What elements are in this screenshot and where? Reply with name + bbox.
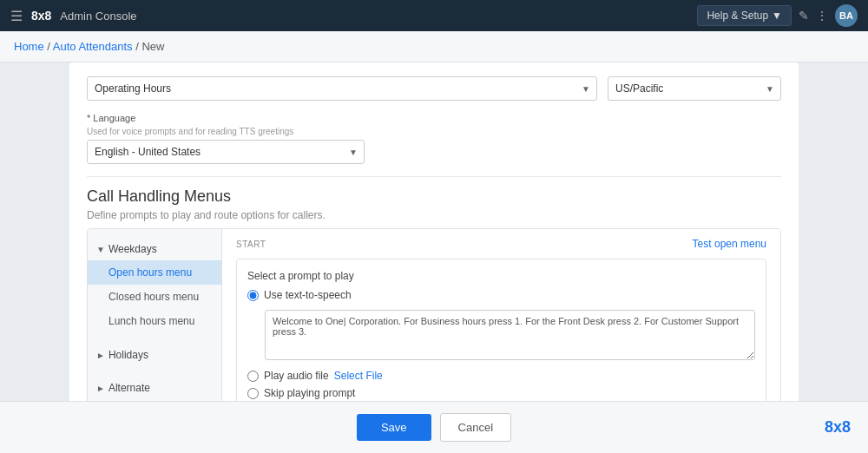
form-section: Operating Hours ▼ US/Pacific ▼ * Languag… xyxy=(69,62,799,401)
tts-radio[interactable] xyxy=(247,290,259,301)
footer-logo: 8x8 xyxy=(825,418,851,437)
dropdown-arrow-icon: ▼ xyxy=(772,10,782,22)
logo: 8x8 xyxy=(31,9,51,23)
call-handling-body: ▼ Weekdays Open hours menu Closed hours … xyxy=(87,228,781,401)
help-setup-button[interactable]: Help & Setup ▼ xyxy=(697,5,792,26)
operating-hours-select[interactable]: Operating Hours xyxy=(87,76,597,101)
audio-option-label: Play audio file xyxy=(264,370,329,382)
alternate-header[interactable]: ► Alternate xyxy=(88,377,221,399)
audio-radio-option[interactable]: Play audio file Select File xyxy=(247,370,755,382)
language-row: * Language Used for voice prompts and fo… xyxy=(87,113,781,164)
sidebar-item-lunch-hours[interactable]: Lunch hours menu xyxy=(88,309,221,333)
help-setup-label: Help & Setup xyxy=(707,10,768,22)
menu-panel: START Test open menu Select a prompt to … xyxy=(222,229,780,401)
skip-radio-option[interactable]: Skip playing prompt xyxy=(247,387,755,399)
weekdays-chevron-icon: ▼ xyxy=(96,245,105,254)
audio-radio[interactable] xyxy=(247,371,259,382)
prompt-box: Select a prompt to play Use text-to-spee… xyxy=(236,259,766,401)
weekdays-label: Weekdays xyxy=(108,243,157,255)
sidebar-item-closed-hours[interactable]: Closed hours menu xyxy=(88,285,221,309)
test-open-menu-link[interactable]: Test open menu xyxy=(693,238,766,250)
skip-option-label: Skip playing prompt xyxy=(264,387,355,399)
grid-icon[interactable]: ⋮ xyxy=(816,9,828,23)
app-title: Admin Console xyxy=(60,10,136,23)
call-handling-title: Call Handling Menus xyxy=(87,187,781,206)
language-hint: Used for voice prompts and for reading T… xyxy=(87,127,365,136)
weekdays-header[interactable]: ▼ Weekdays xyxy=(88,238,221,260)
save-button[interactable]: Save xyxy=(357,414,431,441)
cancel-button[interactable]: Cancel xyxy=(440,413,511,442)
holidays-header[interactable]: ► Holidays xyxy=(88,344,221,366)
sidebar-item-open-hours[interactable]: Open hours menu xyxy=(88,260,221,285)
divider xyxy=(87,176,781,177)
tts-textarea[interactable]: Welcome to One| Corporation. For Busines… xyxy=(265,310,755,360)
separator-1: / xyxy=(44,40,53,53)
nav-left: ☰ 8x8 Admin Console xyxy=(10,8,137,24)
panel-header: START Test open menu xyxy=(236,238,766,250)
main-content: Operating Hours ▼ US/Pacific ▼ * Languag… xyxy=(0,62,868,401)
holidays-chevron-icon: ► xyxy=(96,351,105,360)
home-link[interactable]: Home xyxy=(14,40,44,53)
hamburger-icon[interactable]: ☰ xyxy=(10,8,23,24)
alternate-chevron-icon: ► xyxy=(96,384,105,393)
breadcrumb: Home / Auto Attendants / New xyxy=(0,31,868,62)
prompt-section-label: Select a prompt to play xyxy=(247,270,755,282)
start-label: START xyxy=(236,240,266,249)
operating-hours-row: Operating Hours ▼ US/Pacific ▼ xyxy=(87,76,781,101)
nav-right: Help & Setup ▼ ✎ ⋮ BA xyxy=(697,4,858,27)
avatar[interactable]: BA xyxy=(835,4,858,27)
tts-option-label: Use text-to-speech xyxy=(264,289,352,301)
language-select-wrapper: English - United States ▼ xyxy=(87,140,365,164)
alternate-section: ► Alternate xyxy=(88,371,221,401)
current-page-label: New xyxy=(141,40,164,53)
alternate-label: Alternate xyxy=(108,382,150,394)
language-label: * Language xyxy=(87,113,365,123)
skip-radio[interactable] xyxy=(247,388,259,399)
operating-hours-select-wrapper: Operating Hours ▼ xyxy=(87,76,597,101)
tts-radio-option[interactable]: Use text-to-speech xyxy=(247,289,755,301)
call-handling-header: Call Handling Menus Define prompts to pl… xyxy=(87,187,781,221)
timezone-select-wrapper: US/Pacific ▼ xyxy=(608,76,781,101)
footer: Save Cancel 8x8 xyxy=(0,401,868,453)
top-nav: ☰ 8x8 Admin Console Help & Setup ▼ ✎ ⋮ B… xyxy=(0,0,868,31)
weekdays-section: ▼ Weekdays Open hours menu Closed hours … xyxy=(88,233,221,338)
call-handling-description: Define prompts to play and route options… xyxy=(87,209,781,221)
language-field: * Language Used for voice prompts and fo… xyxy=(87,113,365,164)
auto-attendants-link[interactable]: Auto Attendants xyxy=(53,40,133,53)
timezone-select[interactable]: US/Pacific xyxy=(608,76,781,101)
menu-sidebar: ▼ Weekdays Open hours menu Closed hours … xyxy=(88,229,222,401)
operating-hours-field: Operating Hours ▼ xyxy=(87,76,597,101)
compose-icon[interactable]: ✎ xyxy=(799,9,809,23)
holidays-section: ► Holidays xyxy=(88,338,221,371)
holidays-label: Holidays xyxy=(108,349,148,361)
separator-2: / xyxy=(133,40,142,53)
language-select[interactable]: English - United States xyxy=(87,140,365,164)
timezone-field: US/Pacific ▼ xyxy=(608,76,781,101)
select-file-link[interactable]: Select File xyxy=(334,370,383,382)
